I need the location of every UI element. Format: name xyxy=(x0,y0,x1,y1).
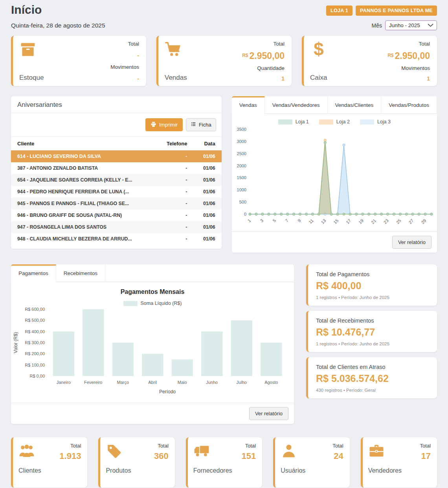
payments-chart-title: Pagamentos Mensais xyxy=(11,288,294,295)
stat-row-value: - xyxy=(110,52,139,59)
legend-label: Loja 2 xyxy=(336,119,350,125)
stat-row-value: 1 xyxy=(387,75,430,82)
total-clientes-atraso-card[interactable]: Total de Clientes em Atraso R$ 5.036.574… xyxy=(306,357,437,398)
tab-vendas[interactable]: Vendas xyxy=(232,96,265,114)
entity-card-label: Fornecedores xyxy=(193,467,232,474)
svg-text:R$ 0,00: R$ 0,00 xyxy=(29,374,45,378)
current-date: Quinta-feira, 28 de agosto de 2025 xyxy=(11,22,105,29)
stat-row-value: R$2.950,00 xyxy=(387,51,430,61)
header-buttons: LOJA 1 PANNOS E PANNOS LTDA ME xyxy=(326,6,437,16)
stat-card-estoque[interactable]: Estoque Total - Movimentos - xyxy=(11,36,146,86)
svg-text:19: 19 xyxy=(358,218,364,225)
payments-chart-legend: Soma Líquido (R$) xyxy=(11,295,294,306)
entity-total-value: 1.913 xyxy=(59,451,81,461)
table-row[interactable]: 387 - ANTONIO ZENALDO BATISTA-01/06 xyxy=(11,162,222,174)
totals-column: Total de Pagamentos R$ 400,00 1 registro… xyxy=(306,264,437,398)
sales-chart-panel: Loja 1Loja 2Loja 3 050010001500200025003… xyxy=(232,114,437,253)
entity-total-value: 17 xyxy=(420,451,431,461)
birthdays-toolbar: Imprimir Ficha xyxy=(11,113,222,137)
page-title: Início xyxy=(11,3,42,17)
svg-text:25: 25 xyxy=(395,218,402,225)
cart-icon xyxy=(165,41,182,58)
svg-text:Abril: Abril xyxy=(148,380,157,385)
total-card-meta: 430 registros • Período: Geral xyxy=(316,388,429,393)
entity-card-produtos[interactable]: Produtos Total 360 xyxy=(98,437,174,488)
user-icon xyxy=(281,443,305,461)
entity-total-label: Total xyxy=(420,443,431,449)
month-select[interactable]: Junho - 2025 xyxy=(385,20,437,30)
summary-cards-row: Estoque Total - Movimentos - xyxy=(11,36,437,86)
svg-text:R$ 400,00: R$ 400,00 xyxy=(25,329,45,334)
tab-vendas-produtos[interactable]: Vendas/Produtos xyxy=(381,96,437,114)
table-row[interactable]: 948 - CLAUDIA MICHELLY BEZERRA DE ARRUD.… xyxy=(11,233,222,245)
svg-text:3000: 3000 xyxy=(237,139,246,144)
chevron-down-icon xyxy=(428,22,433,28)
entity-card-vendedores[interactable]: Vendedores Total 17 xyxy=(361,437,437,488)
svg-text:Janeiro: Janeiro xyxy=(57,380,71,385)
table-row[interactable]: 947 - ROSANGELA LIMA DOS SANTOS-01/06 xyxy=(11,221,222,233)
svg-text:R$ 600,00: R$ 600,00 xyxy=(25,307,45,312)
entity-total-value: 24 xyxy=(332,451,343,461)
svg-text:29: 29 xyxy=(420,218,427,225)
legend-swatch xyxy=(123,301,138,306)
tab-vendas-clientes[interactable]: Vendas/Clientes xyxy=(328,96,382,114)
entity-total-value: 151 xyxy=(242,451,256,461)
month-filter: Mês Junho - 2025 xyxy=(372,20,437,30)
entity-card-label: Produtos xyxy=(106,467,131,474)
total-card-title: Total de Pagamentos xyxy=(316,271,429,277)
entity-card-fornecedores[interactable]: Fornecedores Total 151 xyxy=(186,437,262,488)
svg-text:Junho: Junho xyxy=(206,380,218,385)
stat-card-caixa[interactable]: $ Caixa Total R$2.950,00 Movimentos 1 xyxy=(302,36,437,86)
briefcase-icon xyxy=(368,443,402,461)
table-row[interactable]: 946 - BRUNO GRAIFF DE SOUSA (NATAL-RN)-0… xyxy=(11,209,222,221)
stat-row-label: Total xyxy=(110,41,139,47)
tab-recebimentos[interactable]: Recebimentos xyxy=(56,264,105,282)
sales-tabs: Vendas Vendas/Vendedores Vendas/Clientes… xyxy=(232,96,437,114)
table-row[interactable]: 944 - PEDRO HENRIQUE FERREIRA DE LUNA (.… xyxy=(11,186,222,198)
stat-card-label: Caixa xyxy=(310,74,327,82)
store-button[interactable]: LOJA 1 xyxy=(326,6,353,16)
svg-text:1500: 1500 xyxy=(237,175,246,180)
stat-row-value: - xyxy=(110,75,139,82)
legend-item: Loja 3 xyxy=(360,119,391,125)
dashboard-page: Início LOJA 1 PANNOS E PANNOS LTDA ME Qu… xyxy=(0,0,448,488)
total-card-meta: 1 registros • Período: Junho de 2025 xyxy=(316,295,429,300)
tab-pagamentos[interactable]: Pagamentos xyxy=(11,264,56,282)
svg-text:$: $ xyxy=(314,41,324,58)
stat-card-vendas[interactable]: Vendas Total R$2.950,00 Quantidade 1 xyxy=(156,36,292,86)
entity-total-label: Total xyxy=(242,443,256,449)
entity-card-label: Vendedores xyxy=(368,467,402,474)
stat-row-label: Movimentos xyxy=(110,64,139,70)
table-row[interactable]: 945 - PANNOS E PANNOS - FILIAL (THIAGO S… xyxy=(11,198,222,209)
legend-label: Soma Líquido (R$) xyxy=(141,301,182,306)
svg-text:27: 27 xyxy=(408,218,414,225)
total-recebimentos-card[interactable]: Total de Recebimentos R$ 10.476,77 1 reg… xyxy=(306,311,437,352)
legend-item: Loja 2 xyxy=(319,119,350,125)
payments-chart: R$ 0,00R$ 100,00R$ 200,00R$ 300,00R$ 400… xyxy=(11,306,293,401)
company-button[interactable]: PANNOS E PANNOS LTDA ME xyxy=(356,6,437,16)
legend-label: Loja 3 xyxy=(377,119,391,125)
sales-panel: Vendas Vendas/Vendedores Vendas/Clientes… xyxy=(232,96,437,253)
currency-prefix: R$ xyxy=(242,53,248,58)
svg-text:2500: 2500 xyxy=(237,151,246,156)
total-card-value: R$ 5.036.574,62 xyxy=(316,373,429,384)
legend-swatch xyxy=(278,119,292,125)
sales-chart: 0500100015002000250030003500135791113151… xyxy=(232,125,437,230)
table-row[interactable]: 614 - LUCIANO SEVERINO DA SILVA-01/06 xyxy=(11,150,222,163)
entity-card-usuarios[interactable]: Usuários Total 24 xyxy=(273,437,349,488)
table-header-row: Cliente Telefone Data xyxy=(11,137,222,150)
svg-text:Julho: Julho xyxy=(237,380,247,385)
table-row[interactable]: 654 - JAQUELINE SOARES CORREIA (KELLY - … xyxy=(11,174,222,186)
svg-text:R$ 200,00: R$ 200,00 xyxy=(25,351,45,356)
ficha-button[interactable]: Ficha xyxy=(186,118,216,131)
legend-item: Loja 1 xyxy=(278,119,309,125)
legend-item: Soma Líquido (R$) xyxy=(123,301,182,306)
total-pagamentos-card[interactable]: Total de Pagamentos R$ 400,00 1 registro… xyxy=(306,264,437,306)
payments-report-button[interactable]: Ver relatório xyxy=(249,407,288,420)
col-telefone: Telefone xyxy=(156,137,194,150)
print-button[interactable]: Imprimir xyxy=(145,118,183,131)
sales-report-button[interactable]: Ver relatório xyxy=(392,236,431,249)
tab-vendas-vendedores[interactable]: Vendas/Vendedores xyxy=(265,96,328,114)
entity-card-clientes[interactable]: Clientes Total 1.913 xyxy=(11,437,87,488)
col-data: Data xyxy=(193,137,221,150)
